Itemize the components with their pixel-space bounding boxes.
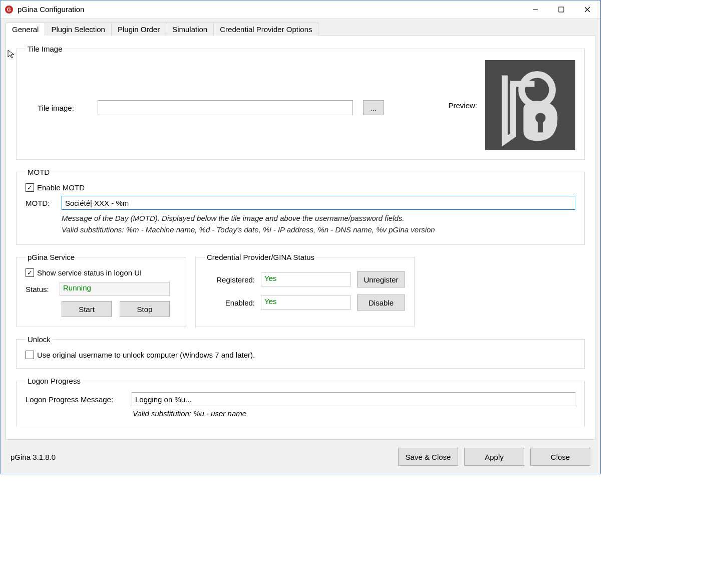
preview-image [485, 60, 575, 150]
logon-progress-input[interactable] [132, 392, 575, 406]
show-status-checkbox[interactable]: ✓ [26, 268, 34, 277]
unlock-checkbox[interactable] [26, 351, 34, 359]
svg-rect-9 [538, 121, 543, 133]
general-panel: Tile Image Tile image: ... Preview: [6, 35, 595, 440]
apply-button[interactable]: Apply [464, 448, 524, 466]
motd-label: MOTD: [26, 199, 55, 207]
titlebar: G pGina Configuration [1, 1, 600, 19]
tab-bar: General Plugin Selection Plugin Order Si… [6, 23, 595, 36]
motd-hint: Message of the Day (MOTD). Displayed bel… [62, 213, 575, 235]
app-icon: G [5, 5, 14, 14]
status-value: Running [60, 282, 170, 296]
unregister-button[interactable]: Unregister [357, 271, 405, 287]
enable-motd-label: Enable MOTD [37, 183, 85, 192]
preview-label: Preview: [448, 101, 477, 110]
footer: pGina 3.1.8.0 Save & Close Apply Close [1, 440, 600, 474]
logon-progress-group: Logon Progress Logon Progress Message: V… [16, 377, 585, 427]
motd-legend: MOTD [26, 168, 52, 176]
tab-plugin-selection[interactable]: Plugin Selection [45, 23, 112, 36]
tab-general[interactable]: General [6, 23, 45, 36]
credential-status-group: Credential Provider/GINA Status Register… [195, 253, 415, 327]
stop-button[interactable]: Stop [120, 301, 170, 317]
maximize-button[interactable] [548, 2, 574, 17]
motd-group: MOTD ✓ Enable MOTD MOTD: Message of the … [16, 168, 585, 245]
logon-progress-legend: Logon Progress [26, 377, 83, 385]
start-button[interactable]: Start [62, 301, 112, 317]
version-label: pGina 3.1.8.0 [11, 453, 392, 461]
tile-image-input[interactable] [98, 100, 353, 115]
tile-image-group: Tile Image Tile image: ... Preview: [16, 45, 585, 160]
tab-simulation[interactable]: Simulation [166, 23, 214, 36]
logon-progress-label: Logon Progress Message: [26, 395, 126, 404]
unlock-label: Use original username to unlock computer… [37, 351, 255, 359]
svg-rect-3 [559, 7, 564, 12]
status-label: Status: [26, 285, 55, 293]
minimize-button[interactable] [522, 2, 548, 17]
motd-input[interactable] [62, 196, 575, 210]
save-close-button[interactable]: Save & Close [398, 448, 458, 466]
app-window: G pGina Configuration General Plugin Sel… [0, 0, 601, 474]
enabled-value: Yes [261, 296, 351, 310]
logon-progress-hint: Valid substitution: %u - user name [133, 409, 575, 418]
unlock-group: Unlock Use original username to unlock c… [16, 335, 585, 369]
unlock-legend: Unlock [26, 335, 53, 344]
service-group: pGina Service ✓ Show service status in l… [16, 253, 186, 327]
enable-motd-checkbox[interactable]: ✓ [26, 183, 34, 192]
tab-credential-provider-options[interactable]: Credential Provider Options [213, 23, 318, 36]
tab-plugin-order[interactable]: Plugin Order [111, 23, 166, 36]
browse-button[interactable]: ... [363, 100, 384, 115]
registered-value: Yes [261, 272, 351, 286]
close-window-button[interactable] [574, 2, 600, 17]
close-button[interactable]: Close [530, 448, 590, 466]
enabled-label: Enabled: [205, 299, 255, 307]
svg-text:G: G [7, 7, 11, 13]
show-status-label: Show service status in logon UI [37, 268, 142, 277]
tile-image-legend: Tile Image [26, 45, 64, 53]
tile-image-label: Tile image: [38, 104, 88, 112]
service-legend: pGina Service [26, 253, 77, 261]
registered-label: Registered: [205, 275, 255, 284]
credential-legend: Credential Provider/GINA Status [205, 253, 316, 261]
disable-button[interactable]: Disable [357, 295, 405, 311]
window-title: pGina Configuration [18, 5, 522, 14]
